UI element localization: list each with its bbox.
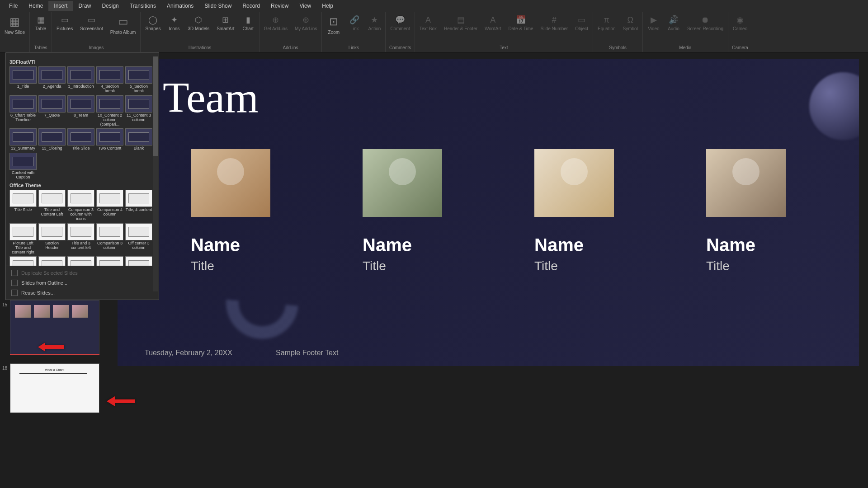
team-member-2[interactable]: NameTitle <box>363 149 442 273</box>
table-button[interactable]: ▦Table <box>32 13 50 33</box>
member-photo[interactable] <box>706 149 786 217</box>
layout-two-content[interactable]: Two Content <box>96 128 123 151</box>
ribbon-group-label: Add-ins <box>261 44 320 51</box>
layout-12-summary[interactable]: 12_Summary <box>9 128 37 151</box>
layout-8-team[interactable]: 8_Team <box>67 95 94 127</box>
equation-button: πEquation <box>595 13 618 33</box>
gallery-option-slides-from-outline-[interactable]: Slides from Outline... <box>6 278 159 288</box>
smartart-button[interactable]: ⊞SmartArt <box>214 13 237 33</box>
member-name[interactable]: Name <box>706 235 755 255</box>
audio-icon: 🔊 <box>668 14 679 25</box>
layout-1-title[interactable]: 1_Title <box>9 66 37 94</box>
layout-off-center-3-column[interactable]: Off center 3 column <box>125 223 152 255</box>
member-name[interactable]: Name <box>191 235 240 255</box>
layout-title-slide[interactable]: Title Slide <box>9 190 37 221</box>
layout-section-header[interactable]: Section Header <box>38 223 66 255</box>
layout-10-content-2-column-compari-[interactable]: 10_Content 2 column (compari... <box>96 95 123 127</box>
shapes-button[interactable]: ◯Shapes <box>142 13 163 33</box>
screen-recording-button: ⏺Screen Recording <box>684 13 726 33</box>
gallery-section-title: 3DFloatVTI <box>9 56 155 66</box>
menu-animations[interactable]: Animations <box>161 1 199 11</box>
layout-6-chart-table-timeline[interactable]: 6_Chart Table Timeline <box>9 95 37 127</box>
menu-help[interactable]: Help <box>316 1 339 11</box>
3d-models-button[interactable]: ⬡3D Models <box>185 13 212 33</box>
layout-title-4-content[interactable]: Title, 4 content <box>125 190 152 221</box>
photo-album-button[interactable]: ▭Photo Album <box>108 13 139 37</box>
layout-title-slide[interactable]: Title Slide <box>67 128 94 151</box>
layout-comparison-2-column[interactable]: Comparison 2 column <box>9 256 37 266</box>
menu-slide-show[interactable]: Slide Show <box>199 1 237 11</box>
layout-11-content-3-column[interactable]: 11_Content 3 column <box>125 95 152 127</box>
action-button: ★Action <box>365 13 383 33</box>
layout-blank[interactable]: Blank <box>125 128 152 151</box>
screenshot-button[interactable]: ▭Screenshot <box>77 13 106 33</box>
layout-traction-metrics[interactable]: Traction metrics <box>96 256 123 266</box>
pictures-button[interactable]: ▭Pictures <box>54 13 75 33</box>
3d-models-icon: ⬡ <box>193 14 204 25</box>
header-footer-icon: ▤ <box>455 14 466 25</box>
layout-action-plan-timeline[interactable]: Action Plan timeline <box>125 256 152 266</box>
layout-comparison-3-column[interactable]: Comparison 3 column <box>96 223 123 255</box>
ribbon-group-label: Text <box>417 44 591 51</box>
cameo-button: ◉Cameo <box>730 13 750 33</box>
slide-number: 16 <box>2 366 7 371</box>
member-name[interactable]: Name <box>534 235 584 255</box>
layout-3-introduction[interactable]: 3_Introduction <box>67 66 94 94</box>
gallery-option-reuse-slides-[interactable]: Reuse Slides... <box>6 288 159 298</box>
menu-record[interactable]: Record <box>237 1 265 11</box>
layout-7-quote[interactable]: 7_Quote <box>38 95 66 127</box>
layout-2-agenda[interactable]: 2_Agenda <box>38 66 66 94</box>
slide-title[interactable]: Team <box>163 72 259 122</box>
menu-review[interactable]: Review <box>265 1 294 11</box>
zoom-button[interactable]: ⊡Zoom <box>324 13 344 37</box>
chart-button[interactable]: ▮Chart <box>239 13 257 33</box>
menu-view[interactable]: View <box>294 1 316 11</box>
layout-4-section-break[interactable]: 4_Section break <box>96 66 123 94</box>
slide-thumbnail-16[interactable]: 16 What a Chart! <box>10 363 99 413</box>
wordart-button: AWordArt <box>482 13 504 33</box>
icons-icon: ✦ <box>169 14 179 25</box>
screenshot-icon: ▭ <box>86 14 97 25</box>
ribbon: ▦New Slide▦TableTables▭Pictures▭Screensh… <box>0 12 868 52</box>
layout-comparison-4-column[interactable]: Comparison 4 column <box>96 190 123 221</box>
symbol-icon: Ω <box>625 14 636 25</box>
menu-insert[interactable]: Insert <box>48 1 73 11</box>
team-member-3[interactable]: NameTitle <box>534 149 614 273</box>
annotation-arrow-insert <box>107 395 136 409</box>
decorative-orb <box>809 72 859 140</box>
new-slide-layout-gallery: 3DFloatVTI1_Title2_Agenda3_Introduction4… <box>5 52 159 300</box>
member-photo[interactable] <box>191 149 270 217</box>
layout-our-competition-graphic[interactable]: Our Competition graphic <box>38 256 66 266</box>
menu-design[interactable]: Design <box>96 1 124 11</box>
member-title[interactable]: Title <box>191 259 214 273</box>
member-title[interactable]: Title <box>363 259 386 273</box>
layout-title-and-content-left[interactable]: Title and Content Left <box>38 190 66 221</box>
gallery-scrollbar[interactable] <box>153 56 158 291</box>
layout-title-and-3-column-right-aligned[interactable]: Title and 3 column right aligned <box>67 256 94 266</box>
layout-comparison-3-column-with-icons[interactable]: Comparison 3 column with icons <box>67 190 94 221</box>
slide-canvas[interactable]: Team NameTitleNameTitleNameTitleNameTitl… <box>118 59 859 366</box>
date-time-button: 📅Date & Time <box>506 13 536 33</box>
member-photo[interactable] <box>534 149 614 217</box>
new-slide-button[interactable]: ▦New Slide <box>2 13 28 37</box>
option-icon <box>11 270 18 276</box>
member-name[interactable]: Name <box>363 235 412 255</box>
member-title[interactable]: Title <box>534 259 558 273</box>
icons-button[interactable]: ✦Icons <box>165 13 183 33</box>
menu-home[interactable]: Home <box>23 1 48 11</box>
header-footer-button: ▤Header & Footer <box>441 13 480 33</box>
menu-draw[interactable]: Draw <box>73 1 96 11</box>
layout-13-closing[interactable]: 13_Closing <box>38 128 66 151</box>
date-time-icon: 📅 <box>515 14 526 25</box>
menu-file[interactable]: File <box>4 1 23 11</box>
gallery-option-duplicate-selected-slides: Duplicate Selected Slides <box>6 268 159 278</box>
team-member-1[interactable]: NameTitle <box>191 149 270 273</box>
team-member-4[interactable]: NameTitle <box>706 149 786 273</box>
layout-picture-left-title-and-content-right[interactable]: Picture Left Title and content right <box>9 223 37 255</box>
member-title[interactable]: Title <box>706 259 730 273</box>
member-photo[interactable] <box>363 149 442 217</box>
layout-title-and-3-content-left[interactable]: Title and 3 content left <box>67 223 94 255</box>
menu-transitions[interactable]: Transitions <box>124 1 161 11</box>
layout-5-section-break[interactable]: 5_Section break <box>125 66 152 94</box>
layout-content-with-caption[interactable]: Content with Caption <box>9 153 37 180</box>
